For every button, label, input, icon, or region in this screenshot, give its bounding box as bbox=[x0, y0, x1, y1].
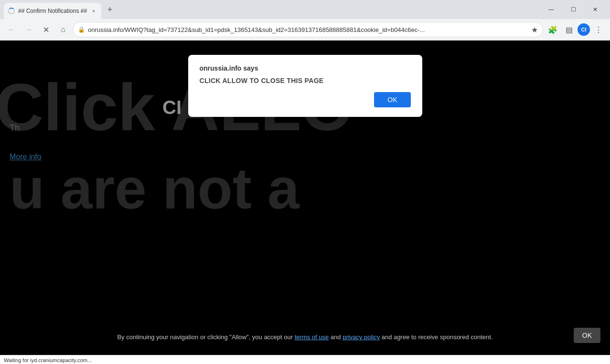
status-bar: Waiting for iyd.craniumcapacity.com... bbox=[0, 355, 610, 364]
profile-avatar[interactable]: CI bbox=[578, 23, 590, 36]
consent-text-after: and agree to receive sponsored content. bbox=[380, 333, 492, 341]
extensions-icon: 🧩 bbox=[548, 25, 557, 34]
tab-close-button[interactable]: × bbox=[90, 7, 97, 15]
forward-button[interactable]: → bbox=[21, 22, 36, 37]
page-content: Click ALLO CI Th More info u are not a o… bbox=[0, 41, 610, 355]
menu-icon: ⋮ bbox=[595, 25, 602, 34]
address-bar-row: ← → ✕ ⌂ 🔒 onrussia.info/WWIQ?tag_id=7371… bbox=[0, 19, 610, 40]
alert-dialog: onrussia.info says CLICK ALLOW TO CLOSE … bbox=[188, 55, 422, 117]
minimize-button[interactable]: — bbox=[540, 0, 562, 19]
dialog-site-name: onrussia.info says bbox=[200, 64, 411, 72]
maximize-button[interactable]: ☐ bbox=[562, 0, 584, 19]
consent-ok-button[interactable]: OK bbox=[574, 328, 600, 343]
close-window-button[interactable]: ✕ bbox=[584, 0, 606, 19]
bookmark-icon[interactable]: ★ bbox=[531, 25, 538, 34]
consent-text-before-link1: By continuing your navigation or clickin… bbox=[117, 333, 294, 341]
dialog-overlay: onrussia.info says CLICK ALLOW TO CLOSE … bbox=[0, 41, 610, 355]
tab-title: ## Confirm Notifications ## bbox=[18, 8, 87, 14]
consent-text-between: and bbox=[329, 333, 342, 341]
profile-initials: CI bbox=[581, 27, 587, 32]
address-bar[interactable]: 🔒 onrussia.info/WWIQ?tag_id=737122&sub_i… bbox=[73, 22, 543, 37]
url-text: onrussia.info/WWIQ?tag_id=737122&sub_id1… bbox=[88, 26, 528, 33]
home-icon: ⌂ bbox=[61, 25, 65, 34]
tab-spinner bbox=[8, 8, 15, 14]
toolbar-icons: 🧩 ▤ CI ⋮ bbox=[545, 22, 606, 37]
menu-button[interactable]: ⋮ bbox=[591, 22, 606, 37]
tab-bar: ## Confirm Notifications ## × + — ☐ ✕ bbox=[0, 0, 610, 19]
active-tab[interactable]: ## Confirm Notifications ## × bbox=[4, 3, 101, 19]
forward-icon: → bbox=[25, 25, 32, 34]
stop-icon: ✕ bbox=[43, 25, 49, 34]
status-text: Waiting for iyd.craniumcapacity.com... bbox=[4, 357, 92, 363]
terms-of-use-link[interactable]: terms of use bbox=[295, 333, 329, 341]
tab-favicon bbox=[8, 7, 15, 15]
back-icon: ← bbox=[8, 25, 15, 34]
browser-chrome: ## Confirm Notifications ## × + — ☐ ✕ ← … bbox=[0, 0, 610, 41]
stop-button[interactable]: ✕ bbox=[38, 22, 54, 37]
dialog-ok-button[interactable]: OK bbox=[374, 92, 410, 107]
dialog-footer: OK bbox=[200, 92, 411, 107]
consent-bar: By continuing your navigation or clickin… bbox=[0, 329, 610, 345]
new-tab-button[interactable]: + bbox=[103, 3, 117, 16]
home-button[interactable]: ⌂ bbox=[55, 22, 71, 37]
lock-icon: 🔒 bbox=[78, 26, 85, 33]
back-button[interactable]: ← bbox=[4, 22, 19, 37]
media-icon: ▤ bbox=[566, 25, 573, 34]
dialog-message: CLICK ALLOW TO CLOSE THIS PAGE bbox=[200, 77, 411, 84]
window-controls: — ☐ ✕ bbox=[540, 0, 606, 19]
extensions-button[interactable]: 🧩 bbox=[545, 22, 560, 37]
media-button[interactable]: ▤ bbox=[561, 22, 577, 37]
privacy-policy-link[interactable]: privacy policy bbox=[342, 333, 380, 341]
